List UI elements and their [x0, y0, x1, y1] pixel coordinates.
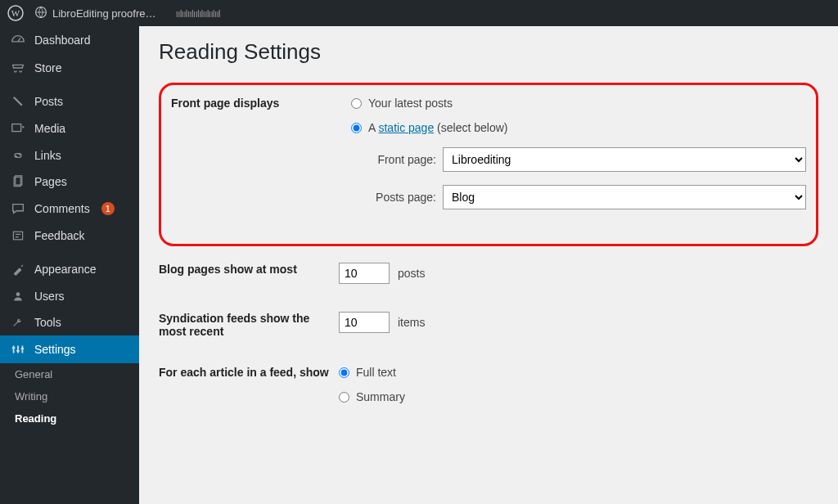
radio-full-text-label: Full text: [356, 366, 396, 379]
sidebar-item-store[interactable]: Store: [0, 54, 139, 82]
syndication-input[interactable]: [339, 312, 390, 333]
sidebar-item-tools[interactable]: Tools: [0, 309, 139, 335]
sidebar-sub-writing[interactable]: Writing: [0, 385, 139, 407]
front-page-displays-label: Front page displays: [171, 97, 351, 110]
comments-count-badge: 1: [101, 202, 115, 215]
sidebar-item-comments[interactable]: Comments 1: [0, 195, 139, 223]
admin-topbar: W LibroEditing proofre… ıılıılıılıılılıı…: [0, 0, 838, 26]
sidebar-label: Appearance: [34, 263, 97, 276]
sidebar-label: Tools: [34, 316, 61, 329]
radio-summary-label: Summary: [356, 390, 405, 403]
svg-point-7: [16, 292, 20, 296]
front-page-select-label: Front page:: [351, 153, 436, 166]
content-area: Reading Settings Front page displays You…: [139, 26, 838, 504]
radio-latest-posts[interactable]: [351, 98, 362, 109]
sidebar-label: Media: [34, 122, 65, 135]
page-title: Reading Settings: [159, 39, 818, 65]
highlight-box: Front page displays Your latest posts A …: [159, 83, 818, 246]
blog-pages-suffix: posts: [398, 267, 425, 280]
sidebar-item-pages[interactable]: Pages: [0, 169, 139, 195]
blog-pages-input[interactable]: [339, 263, 390, 284]
sidebar-item-users[interactable]: Users: [0, 283, 139, 309]
posts-page-select[interactable]: Blog: [443, 185, 806, 209]
front-page-select[interactable]: Libroediting: [443, 147, 806, 172]
sidebar-label: Feedback: [34, 229, 84, 242]
syndication-label: Syndication feeds show the most recent: [159, 312, 339, 338]
sidebar-item-posts[interactable]: Posts: [0, 88, 139, 115]
store-icon: [10, 61, 26, 75]
sidebar-label: Store: [34, 61, 61, 74]
posts-icon: [10, 95, 26, 108]
svg-rect-8: [13, 346, 15, 353]
users-icon: [10, 290, 26, 303]
svg-text:W: W: [11, 8, 20, 18]
home-icon: [34, 6, 47, 21]
sidebar-label: Links: [34, 149, 61, 162]
dashboard-icon: [10, 33, 26, 47]
sidebar-item-dashboard[interactable]: Dashboard: [0, 26, 139, 54]
admin-sidebar: Dashboard Store Posts Media Links Pages …: [0, 26, 139, 504]
sidebar-label: Dashboard: [34, 34, 91, 47]
sidebar-item-media[interactable]: Media: [0, 115, 139, 142]
svg-rect-3: [12, 124, 21, 132]
media-icon: [10, 121, 26, 136]
svg-rect-11: [12, 347, 16, 349]
sidebar-item-links[interactable]: Links: [0, 142, 139, 169]
sidebar-item-feedback[interactable]: Feedback: [0, 223, 139, 249]
svg-rect-6: [13, 232, 22, 240]
links-icon: [10, 149, 26, 162]
tools-icon: [10, 316, 26, 329]
svg-rect-9: [17, 346, 19, 353]
sidebar-label: Posts: [34, 95, 63, 108]
sidebar-item-appearance[interactable]: Appearance: [0, 255, 139, 283]
comments-icon: [10, 201, 26, 216]
sidebar-label: Settings: [34, 343, 76, 356]
radio-latest-posts-label: Your latest posts: [368, 97, 453, 110]
sidebar-label: Users: [34, 290, 65, 303]
static-page-link[interactable]: static page: [378, 121, 434, 134]
sidebar-sub-reading[interactable]: Reading: [0, 407, 139, 430]
blog-pages-label: Blog pages show at most: [159, 263, 339, 276]
pages-icon: [10, 175, 26, 188]
article-feed-label: For each article in a feed, show: [159, 366, 339, 379]
sidebar-sub-general[interactable]: General: [0, 363, 139, 385]
site-link[interactable]: LibroEditing proofre…: [34, 6, 155, 21]
appearance-icon: [10, 262, 26, 277]
settings-icon: [10, 342, 26, 357]
radio-full-text[interactable]: [339, 367, 349, 378]
stats-sparkline-icon[interactable]: ıılıılıılıılılıılıılııl: [175, 7, 219, 20]
sidebar-item-settings[interactable]: Settings: [0, 335, 139, 363]
site-title: LibroEditing proofre…: [52, 7, 155, 20]
svg-rect-12: [16, 350, 20, 352]
posts-page-select-label: Posts page:: [351, 191, 436, 204]
feedback-icon: [10, 229, 26, 242]
radio-static-page-label: A static page (select below): [368, 121, 507, 134]
radio-summary[interactable]: [339, 392, 349, 403]
svg-rect-13: [21, 348, 25, 349]
syndication-suffix: items: [398, 316, 425, 329]
sidebar-label: Comments: [34, 202, 90, 215]
radio-static-page[interactable]: [351, 123, 362, 133]
sidebar-label: Pages: [34, 175, 67, 188]
wordpress-logo-icon[interactable]: W: [7, 4, 25, 22]
